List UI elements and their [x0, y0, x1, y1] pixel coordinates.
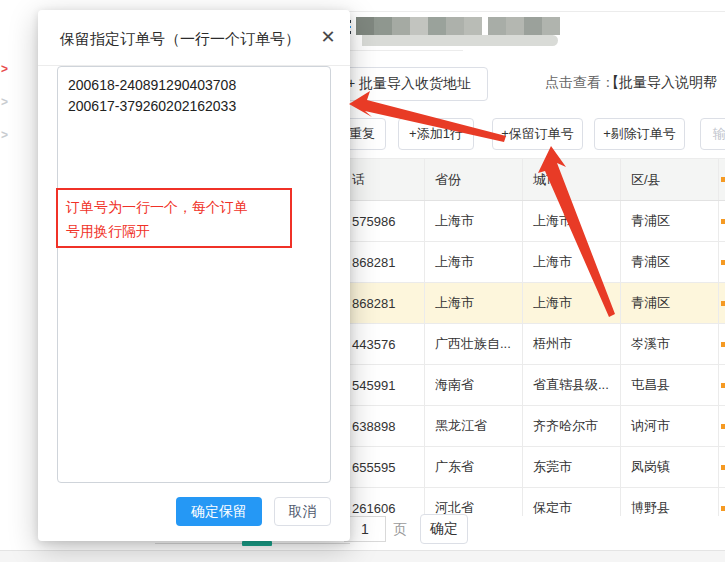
- bottom-strip: [0, 551, 725, 562]
- close-icon[interactable]: ✕: [318, 27, 338, 47]
- cell-province: 上海市: [425, 242, 523, 282]
- address-table: 话省份城市区/县 575986上海市上海市青浦区868281上海市上海市青浦区8…: [318, 158, 725, 516]
- cell-district: 凤岗镇: [621, 447, 719, 487]
- cell-district: 青浦区: [621, 283, 719, 323]
- collapse-chevron-icon[interactable]: >: [1, 62, 11, 76]
- keep-order-numbers-button[interactable]: +保留订单号: [492, 118, 583, 150]
- column-header-sliver: [719, 159, 725, 200]
- cell-city: 齐齐哈尔市: [523, 406, 621, 446]
- mosaic-square: [410, 17, 428, 35]
- mosaic-square: [506, 17, 524, 35]
- mosaic-square: [542, 17, 560, 35]
- mosaic-square: [464, 17, 482, 35]
- cell-city: 东莞市: [523, 447, 621, 487]
- table-row[interactable]: 655595广东省东莞市凤岗镇: [318, 447, 725, 488]
- keep-orders-modal: 保留指定订单号（一行一个订单号） ✕ 200618-24089129040370…: [38, 10, 350, 541]
- cell-district: 岑溪市: [621, 324, 719, 364]
- clipped-text-mark: [721, 219, 725, 224]
- annotation-red-box: 订单号为一行一个，每个订单 号用换行隔开: [56, 188, 292, 248]
- column-header: 区/县: [621, 159, 719, 200]
- cell-province: 海南省: [425, 365, 523, 405]
- screenshot-stage: + 批量导入收货地址 点击查看： 【批量导入说明帮 除重复 +添加1行 +保留订…: [0, 0, 725, 562]
- confirm-keep-button[interactable]: 确定保留: [176, 497, 262, 526]
- redacted-mosaic-block-2: [488, 17, 560, 35]
- cell-city: 保定市: [523, 488, 621, 516]
- mosaic-square: [392, 17, 410, 35]
- cell-sliver: [719, 324, 725, 364]
- mosaic-square: [524, 17, 542, 35]
- mosaic-square: [428, 17, 446, 35]
- cell-sliver: [719, 283, 725, 323]
- cell-sliver: [719, 447, 725, 487]
- remove-order-numbers-button[interactable]: +剔除订单号: [594, 118, 685, 150]
- clipped-text-mark: [721, 342, 725, 347]
- cell-province: 上海市: [425, 283, 523, 323]
- cell-city: 省直辖县级...: [523, 365, 621, 405]
- clipped-text-mark: [721, 465, 725, 470]
- mosaic-square: [374, 17, 392, 35]
- redacted-mosaic-subrow: [362, 35, 558, 46]
- clipped-text-mark: [721, 260, 725, 265]
- cell-city: 上海市: [523, 283, 621, 323]
- cell-district: 青浦区: [621, 201, 719, 241]
- table-row[interactable]: 443576广西壮族自...梧州市岑溪市: [318, 324, 725, 365]
- cell-sliver: [719, 201, 725, 241]
- table-row[interactable]: 868281上海市上海市青浦区: [318, 242, 725, 283]
- collapse-chevron-icon[interactable]: >: [1, 95, 11, 109]
- cell-sliver: [719, 242, 725, 282]
- cell-district: 博野县: [621, 488, 719, 516]
- page-confirm-button[interactable]: 确定: [420, 514, 468, 544]
- modal-title: 保留指定订单号（一行一个订单号）: [60, 30, 300, 49]
- table-row[interactable]: 545991海南省省直辖县级...屯昌县: [318, 365, 725, 406]
- cell-city: 上海市: [523, 242, 621, 282]
- page-number-input[interactable]: [344, 516, 386, 542]
- column-header: 省份: [425, 159, 523, 200]
- cell-province: 广西壮族自...: [425, 324, 523, 364]
- table-row[interactable]: 868281上海市上海市青浦区: [318, 283, 725, 324]
- cell-province: 广东省: [425, 447, 523, 487]
- clipped-text-mark: [721, 506, 725, 511]
- clipped-text-mark: [721, 177, 725, 182]
- collapse-chevron-icon[interactable]: >: [1, 128, 11, 142]
- cancel-button[interactable]: 取消: [274, 497, 331, 526]
- table-rows: 575986上海市上海市青浦区868281上海市上海市青浦区868281上海市上…: [318, 201, 725, 516]
- page-unit-label: 页: [393, 521, 407, 539]
- mosaic-square: [488, 17, 506, 35]
- redacted-underline: [338, 50, 463, 51]
- batch-import-help-link[interactable]: 【批量导入说明帮: [605, 74, 717, 92]
- header-divider: [338, 11, 725, 12]
- cell-city: 梧州市: [523, 324, 621, 364]
- add-row-button[interactable]: +添加1行: [398, 118, 474, 150]
- cell-sliver: [719, 488, 725, 516]
- teal-element-sliver: [242, 541, 272, 546]
- cell-province: 黑龙江省: [425, 406, 523, 446]
- batch-import-address-button[interactable]: + 批量导入收货地址: [330, 67, 488, 101]
- clipped-text-mark: [721, 383, 725, 388]
- cell-city: 上海市: [523, 201, 621, 241]
- cell-district: 青浦区: [621, 242, 719, 282]
- redacted-mosaic-block: [356, 17, 482, 35]
- mosaic-square: [446, 17, 464, 35]
- cell-province: 河北省: [425, 488, 523, 516]
- cell-district: 讷河市: [621, 406, 719, 446]
- cell-sliver: [719, 406, 725, 446]
- cell-province: 上海市: [425, 201, 523, 241]
- cell-sliver: [719, 365, 725, 405]
- table-row[interactable]: 261606河北省保定市博野县: [318, 488, 725, 516]
- table-row[interactable]: 638898黑龙江省齐齐哈尔市讷河市: [318, 406, 725, 447]
- mosaic-square: [356, 17, 374, 35]
- column-header: 城市: [523, 159, 621, 200]
- export-button-clipped[interactable]: 输: [700, 118, 725, 150]
- cell-district: 屯昌县: [621, 365, 719, 405]
- order-numbers-textarea[interactable]: 200618-240891290403708 200617-3792602021…: [57, 66, 331, 483]
- clipped-text-mark: [721, 424, 725, 429]
- table-row[interactable]: 575986上海市上海市青浦区: [318, 201, 725, 242]
- clipped-text-mark: [721, 301, 725, 306]
- table-header-row: 话省份城市区/县: [318, 159, 725, 201]
